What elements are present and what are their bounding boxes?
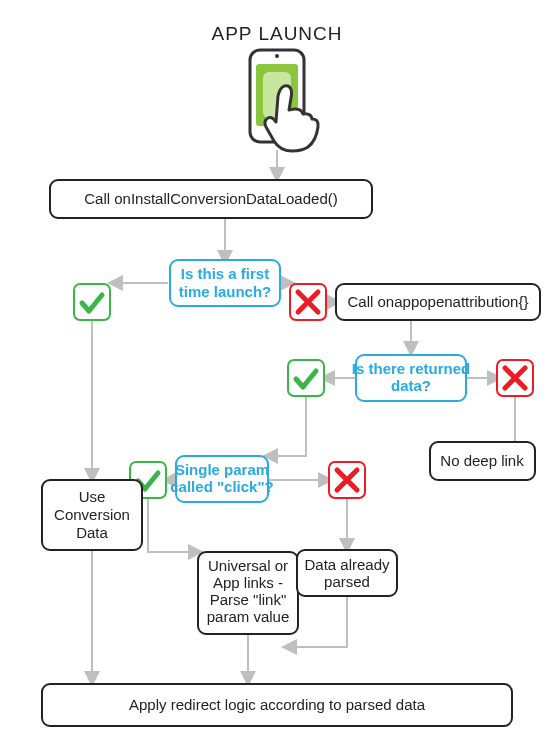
svg-text:Parse "link": Parse "link" <box>210 591 287 608</box>
svg-text:param value: param value <box>207 608 290 625</box>
svg-text:Use: Use <box>79 488 106 505</box>
node-data-parsed: Data already parsed <box>297 550 397 596</box>
svg-text:Is this a first: Is this a first <box>181 265 269 282</box>
no-single-param <box>329 462 365 498</box>
svg-text:Universal or: Universal or <box>208 557 288 574</box>
decision-first-launch: Is this a first time launch? <box>170 260 280 306</box>
svg-text:Conversion: Conversion <box>54 506 130 523</box>
node-no-deep-link: No deep link <box>430 442 535 480</box>
node-call-oninstall: Call onInstallConversionDataLoaded() <box>50 180 372 218</box>
svg-text:time launch?: time launch? <box>179 283 272 300</box>
svg-text:Data already: Data already <box>304 556 390 573</box>
no-returned-data <box>497 360 533 396</box>
no-first-launch <box>290 284 326 320</box>
svg-text:Is there returned: Is there returned <box>352 360 470 377</box>
svg-point-3 <box>275 54 279 58</box>
svg-text:Data: Data <box>76 524 108 541</box>
svg-text:Apply redirect logic according: Apply redirect logic according to parsed… <box>129 696 426 713</box>
svg-rect-19 <box>288 360 324 396</box>
svg-text:Call onInstallConversionDataLo: Call onInstallConversionDataLoaded() <box>84 190 337 207</box>
node-use-conversion-data: Use Conversion Data <box>42 480 142 550</box>
svg-rect-12 <box>74 284 110 320</box>
svg-text:Single param: Single param <box>175 461 269 478</box>
node-universal-links: Universal or App links - Parse "link" pa… <box>198 552 298 634</box>
svg-text:data?: data? <box>391 377 431 394</box>
phone-icon <box>250 50 318 151</box>
svg-text:called "click"?: called "click"? <box>170 478 273 495</box>
node-apply-redirect: Apply redirect logic according to parsed… <box>42 684 512 726</box>
yes-returned-data <box>288 360 324 396</box>
svg-text:parsed: parsed <box>324 573 370 590</box>
svg-text:Call onappopenattribution{}: Call onappopenattribution{} <box>348 293 529 310</box>
decision-returned-data: Is there returned data? <box>352 355 470 401</box>
svg-text:No deep link: No deep link <box>440 452 524 469</box>
yes-first-launch <box>74 284 110 320</box>
svg-text:App links -: App links - <box>213 574 283 591</box>
decision-single-param: Single param called "click"? <box>170 456 273 502</box>
flowchart: APP LAUNCH Call onInstallConversionDataL… <box>0 0 554 750</box>
diagram-title: APP LAUNCH <box>211 23 342 44</box>
node-call-onappopen: Call onappopenattribution{} <box>336 284 540 320</box>
